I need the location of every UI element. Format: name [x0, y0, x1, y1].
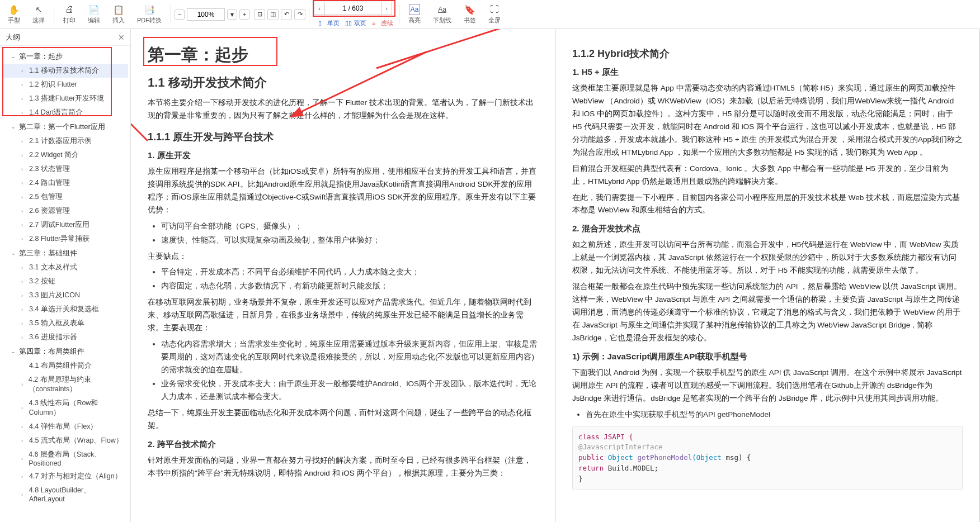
doc-h3: 1.1.1 原生开发与跨平台技术: [148, 130, 538, 144]
rotate-right-icon[interactable]: ↷: [294, 9, 305, 20]
outline-3-1[interactable]: ›3.1 文本及样式: [2, 260, 128, 274]
outline-2-5[interactable]: ›2.5 包管理: [2, 190, 128, 204]
zoom-input[interactable]: [187, 8, 225, 21]
outline-3-2[interactable]: ›3.2 按钮: [2, 274, 128, 288]
view-mode: ▯单页 ▯▯双页 ≡连续: [316, 18, 395, 29]
bookmark-button[interactable]: 🔖 书签: [458, 2, 482, 27]
outline-1-1[interactable]: ›1.1 移动开发技术简介: [2, 64, 128, 78]
outline-2-2[interactable]: ›2.2 Widget 简介: [2, 148, 128, 162]
zoom-in-button[interactable]: +: [239, 10, 249, 20]
doc-para: 主要缺点：: [148, 250, 538, 263]
highlight-button[interactable]: Aa 高亮: [403, 2, 426, 27]
outline-ch3[interactable]: ⌄第三章：基础组件: [2, 246, 128, 260]
toolbar: ✋ 手型 ↖ 选择 🖨 打印 📄 编辑 📋 插入 📑 PDF转换 − ▾ + ⊡…: [0, 0, 980, 29]
rotate-left-icon[interactable]: ↶: [281, 9, 292, 20]
doc-para: 如之前所述，原生开发可以访问平台所有功能，而混合开发中，H5代码是运行在 Web…: [572, 239, 963, 277]
sidebar-title: 大纲: [6, 32, 20, 42]
outline-1-4[interactable]: ›1.4 Dart语言简介: [2, 106, 128, 120]
outline-3-3[interactable]: ›3.3 图片及ICON: [2, 288, 128, 302]
fit-width-icon[interactable]: ⊡: [254, 9, 265, 20]
next-page-button[interactable]: ›: [381, 2, 392, 15]
doc-para: 在此，我们需要提一下小程序，目前国内各家公司小程序应用层的开发技术栈是 Web …: [572, 192, 963, 217]
edit-label: 编辑: [88, 16, 100, 25]
page-1: 第一章：起步 1.1 移动开发技术简介 本节将主要介绍一下移动开发技术的进化历程…: [131, 29, 555, 522]
outline-ch4[interactable]: ⌄第四章：布局类组件: [2, 344, 128, 359]
outline-4-8[interactable]: ›4.8 LayoutBuilder、AfterLayout: [2, 483, 128, 505]
outline-2-3[interactable]: ›2.3 状态管理: [2, 162, 128, 176]
doc-para: 原生应用程序是指某一个移动平台（比如iOS或安卓）所特有的应用，使用相应平台支持…: [148, 165, 538, 217]
outline-3-6[interactable]: ›3.6 进度指示器: [2, 330, 128, 344]
continuous-button[interactable]: ≡连续: [370, 18, 395, 29]
rotate-controls: ⊡ ◫ ↶ ↷: [254, 9, 305, 20]
code-block: class JSAPI { @JavascriptInterface publi…: [572, 426, 963, 491]
outline-2-8[interactable]: ›2.8 Flutter异常捕获: [2, 232, 128, 246]
close-sidebar-button[interactable]: ✕: [118, 33, 125, 42]
outline-4-4[interactable]: ›4.4 弹性布局（Flex）: [2, 420, 128, 434]
doc-para: 针对原生开发面临的问题，业界一直都在努力寻找好的解决方案，而时至今日，已经有很多…: [148, 454, 538, 480]
outline-2-1[interactable]: ›2.1 计数器应用示例: [2, 134, 128, 148]
outline-4-5[interactable]: ›4.5 流式布局（Wrap、Flow）: [2, 434, 128, 448]
outline-4-6[interactable]: ›4.6 层叠布局（Stack、Positioned: [2, 448, 128, 469]
select-button[interactable]: ↖ 选择: [27, 2, 50, 27]
doc-h4: 1. 原生开发: [148, 150, 538, 161]
edit-button[interactable]: 📄 编辑: [82, 2, 106, 27]
insert-label: 插入: [112, 16, 125, 25]
chevron-right-icon: ›: [21, 68, 27, 74]
outline-ch2[interactable]: ⌄第二章：第一个Flutter应用: [2, 120, 128, 134]
hand-tool-button[interactable]: ✋ 手型: [2, 2, 26, 27]
outline-2-4[interactable]: ›2.4 路由管理: [2, 176, 128, 190]
outline-3-4[interactable]: ›3.4 单选开关和复选框: [2, 302, 128, 316]
underline-icon: Aa: [437, 4, 448, 15]
prev-page-button[interactable]: ‹: [314, 2, 325, 15]
page-navigation: ‹ ›: [313, 0, 395, 17]
highlight-label: 高亮: [408, 16, 421, 25]
zoom-dropdown[interactable]: ▾: [227, 10, 237, 20]
svg-line-1: [131, 107, 148, 141]
outline-2-7[interactable]: ›2.7 调试Flutter应用: [2, 218, 128, 232]
list-item: 内容固定，动态化弱，大多数情况下，有新功能更新时只能发版；: [161, 280, 538, 293]
outline-2-6[interactable]: ›2.6 资源管理: [2, 204, 128, 218]
list-item: 可访问平台全部功能（GPS、摄像头）；: [161, 220, 538, 233]
fullscreen-label: 全屏: [488, 16, 501, 25]
doc-h4: 2. 跨平台技术简介: [148, 439, 538, 450]
page-2: 1.1.2 Hybrid技术简介 1. H5 + 原生 这类框架主要原理就是将 …: [555, 29, 980, 522]
document-viewport[interactable]: 第一章：起步 1.1 移动开发技术简介 本节将主要介绍一下移动开发技术的进化历程…: [131, 29, 980, 522]
pdf-label: PDF转换: [137, 16, 162, 25]
hand-icon: ✋: [8, 4, 20, 15]
doc-list: 首先在原生中实现获取手机型号的API getPhoneModel: [586, 409, 963, 421]
outline-ch1[interactable]: ⌄第一章：起步: [2, 49, 128, 64]
outline-3-5[interactable]: ›3.5 输入框及表单: [2, 316, 128, 330]
bookmark-label: 书签: [464, 16, 476, 25]
zoom-controls: − ▾ +: [175, 8, 249, 21]
doc-h2: 1.1 移动开发技术简介: [148, 74, 538, 91]
doc-para: 混合框架一般都会在原生代码中预先实现一些访问系统能力的 API ，然后暴露给 W…: [572, 281, 963, 345]
cursor-icon: ↖: [33, 4, 44, 15]
single-page-button[interactable]: ▯单页: [316, 18, 342, 29]
doc-list: 平台特定，开发成本高；不同平台必须维护不同代码，人力成本随之变大； 内容固定，动…: [161, 266, 538, 293]
doc-para: 目前混合开发框架的典型代表有：Cordova、Ionic 。大多数 App 中都…: [572, 163, 963, 188]
doc-h1: 第一章：起步: [148, 44, 538, 67]
outline-1-3[interactable]: ›1.3 搭建Flutter开发环境: [2, 92, 128, 106]
outline-4-2[interactable]: ›4.2 布局原理与约束（constraints）: [2, 373, 128, 396]
outline-4-3[interactable]: ›4.3 线性布局（Row和Column）: [2, 396, 128, 420]
pdf-convert-button[interactable]: 📑 PDF转换: [131, 2, 167, 27]
underline-button[interactable]: Aa 下划线: [427, 2, 457, 27]
doc-h3: 1.1.2 Hybrid技术简介: [572, 47, 963, 60]
print-button[interactable]: 🖨 打印: [58, 2, 81, 27]
select-label: 选择: [32, 16, 45, 25]
fit-page-icon[interactable]: ◫: [267, 9, 279, 20]
zoom-out-button[interactable]: −: [175, 10, 185, 20]
double-page-button[interactable]: ▯▯双页: [343, 18, 369, 29]
outline-4-1[interactable]: 4.1 布局类组件简介: [2, 359, 128, 373]
fullscreen-icon: ⛶: [489, 4, 500, 15]
fullscreen-button[interactable]: ⛶ 全屏: [483, 2, 506, 27]
outline-1-2[interactable]: ›1.2 初识 Flutter: [2, 78, 128, 92]
list-item: 动态化内容需求增大；当需求发生变化时，纯原生应用需要通过版本升级来更新内容，但应…: [161, 338, 538, 377]
page-input[interactable]: [325, 2, 381, 15]
outline-4-7[interactable]: ›4.7 对齐与相对定位（Align）: [2, 469, 128, 483]
doc-list: 可访问平台全部功能（GPS、摄像头）； 速度快、性能高、可以实现复杂动画及绘制，…: [161, 220, 538, 247]
list-item: 业务需求变化快，开发成本变大；由于原生开发一般都要维护Android、iOS两个…: [161, 378, 538, 404]
insert-button[interactable]: 📋 插入: [107, 2, 130, 27]
outline-tree[interactable]: ⌄第一章：起步 ›1.1 移动开发技术简介 ›1.2 初识 Flutter ›1…: [0, 46, 130, 522]
doc-para: 总结一下，纯原生开发主要面临动态化和开发成本两个问题，而针对这两个问题，诞生了一…: [148, 407, 538, 433]
